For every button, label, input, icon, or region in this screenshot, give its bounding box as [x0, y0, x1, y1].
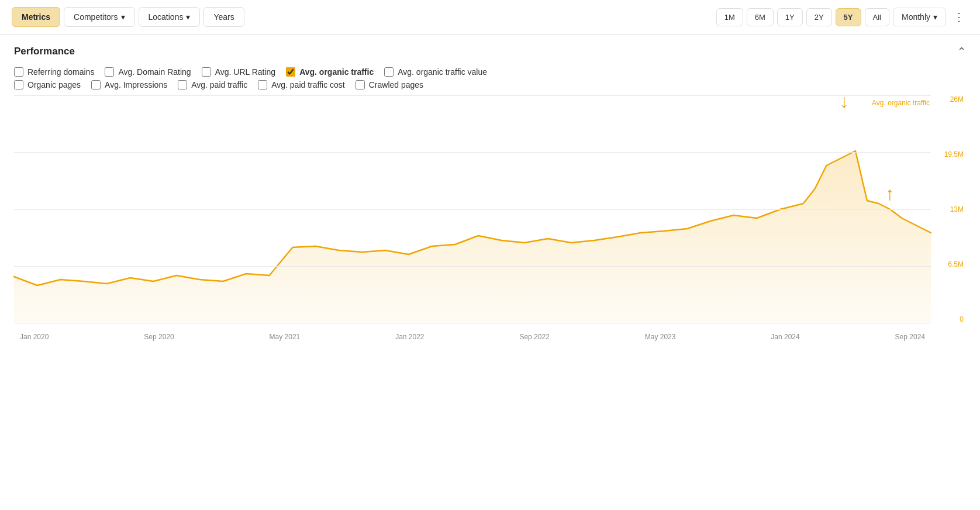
- checkbox-item-cb2[interactable]: Avg. Domain Rating: [105, 67, 191, 77]
- checkbox-cb1[interactable]: [14, 67, 23, 77]
- y-label-13m: 13M: [950, 205, 964, 213]
- checkbox-cb3[interactable]: [202, 67, 211, 77]
- checkbox-item-cb10[interactable]: Crawled pages: [356, 80, 423, 89]
- top-bar: Metrics Competitors ▾ Locations ▾ Years …: [0, 0, 980, 35]
- checkbox-label-cb6: Organic pages: [27, 80, 81, 89]
- checkbox-label-cb1: Referring domains: [27, 67, 94, 77]
- competitors-chevron-icon: ▾: [121, 12, 125, 22]
- years-button[interactable]: Years: [203, 7, 244, 27]
- top-bar-left: Metrics Competitors ▾ Locations ▾ Years: [12, 7, 244, 27]
- x-label: Sep 2020: [144, 333, 174, 341]
- performance-section: Performance ⌃ Referring domainsAvg. Doma…: [0, 35, 980, 341]
- checkbox-item-cb3[interactable]: Avg. URL Rating: [202, 67, 276, 77]
- checkbox-cb9[interactable]: [258, 80, 267, 89]
- chart-svg: [14, 95, 931, 323]
- y-axis-labels: 26M 19.5M 13M 6.5M 0: [936, 95, 966, 323]
- top-bar-right: 1M 6M 1Y 2Y 5Y All Monthly ▾ ⋮: [716, 8, 968, 26]
- checkbox-label-cb10: Crawled pages: [369, 80, 423, 89]
- period-2y-button[interactable]: 2Y: [806, 8, 832, 26]
- checkbox-cb6[interactable]: [14, 80, 23, 89]
- locations-label: Locations: [149, 12, 184, 22]
- checkbox-item-cb8[interactable]: Avg. paid traffic: [178, 80, 247, 89]
- period-6m-button[interactable]: 6M: [747, 8, 774, 26]
- y-label-0: 0: [960, 315, 964, 323]
- competitors-label: Competitors: [74, 12, 118, 22]
- more-options-button[interactable]: ⋮: [950, 8, 968, 26]
- monthly-dropdown-button[interactable]: Monthly ▾: [893, 8, 946, 26]
- checkbox-item-cb1[interactable]: Referring domains: [14, 67, 94, 77]
- checkbox-label-cb2: Avg. Domain Rating: [118, 67, 191, 77]
- checkbox-label-cb8: Avg. paid traffic: [191, 80, 247, 89]
- checkbox-label-cb3: Avg. URL Rating: [215, 67, 276, 77]
- section-title: Performance: [14, 46, 75, 57]
- metrics-button[interactable]: Metrics: [12, 7, 60, 27]
- arrow-up-icon: ↑: [885, 183, 895, 205]
- x-label: Jan 2024: [771, 333, 799, 341]
- x-label: Jan 2022: [395, 333, 424, 341]
- x-label: May 2021: [270, 333, 301, 341]
- monthly-chevron-icon: ▾: [933, 12, 937, 22]
- x-label: Sep 2024: [895, 333, 925, 341]
- checkbox-cb5[interactable]: [384, 67, 394, 77]
- checkbox-item-cb4[interactable]: Avg. organic traffic: [286, 67, 374, 77]
- checkbox-item-cb6[interactable]: Organic pages: [14, 80, 81, 89]
- period-all-button[interactable]: All: [865, 8, 889, 26]
- chart-wrapper: Avg. organic traffic: [14, 95, 966, 341]
- checkboxes-row-1: Referring domainsAvg. Domain RatingAvg. …: [14, 67, 966, 77]
- y-label-19_5m: 19.5M: [944, 150, 964, 158]
- checkbox-label-cb9: Avg. paid traffic cost: [271, 80, 345, 89]
- period-5y-button[interactable]: 5Y: [836, 8, 861, 26]
- y-label-6_5m: 6.5M: [948, 260, 964, 268]
- section-header: Performance ⌃: [14, 45, 966, 58]
- locations-button[interactable]: Locations ▾: [139, 7, 201, 27]
- x-label: Jan 2020: [20, 333, 49, 341]
- checkbox-item-cb9[interactable]: Avg. paid traffic cost: [258, 80, 345, 89]
- period-1m-button[interactable]: 1M: [716, 8, 743, 26]
- checkbox-label-cb4: Avg. organic traffic: [299, 67, 374, 77]
- chart-inner: ↓ ↑: [14, 95, 931, 323]
- x-label: Sep 2022: [519, 333, 549, 341]
- checkbox-item-cb5[interactable]: Avg. organic traffic value: [384, 67, 487, 77]
- checkbox-item-cb7[interactable]: Avg. Impressions: [91, 80, 167, 89]
- checkbox-cb7[interactable]: [91, 80, 101, 89]
- monthly-label: Monthly: [902, 12, 930, 22]
- collapse-icon[interactable]: ⌃: [957, 45, 966, 58]
- locations-chevron-icon: ▾: [186, 12, 190, 22]
- checkbox-cb10[interactable]: [356, 80, 365, 89]
- checkbox-label-cb7: Avg. Impressions: [105, 80, 167, 89]
- checkbox-cb4[interactable]: [286, 67, 295, 77]
- period-1y-button[interactable]: 1Y: [777, 8, 803, 26]
- checkbox-cb2[interactable]: [105, 67, 114, 77]
- x-axis-labels: Jan 2020Sep 2020May 2021Jan 2022Sep 2022…: [14, 325, 931, 341]
- checkboxes-row-2: Organic pagesAvg. ImpressionsAvg. paid t…: [14, 80, 966, 89]
- x-label: May 2023: [645, 333, 676, 341]
- competitors-button[interactable]: Competitors ▾: [64, 7, 134, 27]
- arrow-down-icon: ↓: [840, 91, 849, 112]
- y-label-26m: 26M: [950, 95, 964, 104]
- checkbox-cb8[interactable]: [178, 80, 187, 89]
- checkbox-label-cb5: Avg. organic traffic value: [398, 67, 487, 77]
